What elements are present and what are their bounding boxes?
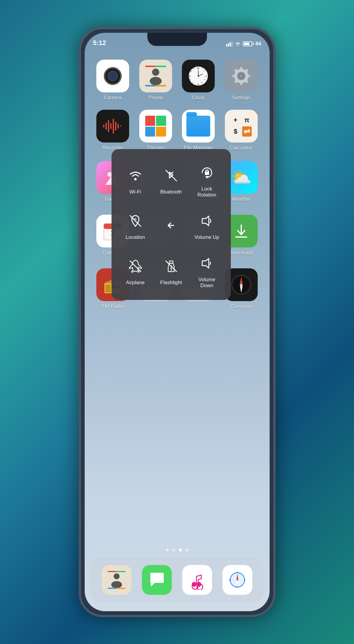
cc-flashlight[interactable]: Flashlight — [153, 246, 189, 294]
themes-orange-quad — [156, 127, 166, 137]
svg-text:10: 10 — [190, 70, 192, 72]
dock-messages[interactable] — [142, 565, 172, 595]
svg-rect-73 — [117, 571, 126, 572]
svg-line-66 — [130, 261, 141, 272]
svg-rect-3 — [231, 41, 233, 47]
svg-point-39 — [239, 74, 243, 78]
downloads-icon — [232, 222, 250, 240]
dot-3 — [179, 549, 182, 552]
file-folder-icon — [186, 116, 210, 137]
svg-text:9: 9 — [189, 75, 191, 78]
svg-rect-46 — [118, 124, 119, 129]
svg-rect-42 — [108, 120, 109, 132]
themes-green-quad — [156, 116, 166, 126]
safari-icon: N E S W — [228, 570, 247, 590]
app-themes[interactable]: Themes — [136, 110, 176, 151]
app-recorder[interactable]: Recorder — [93, 110, 133, 151]
cc-volumeup[interactable]: Volume Up — [189, 203, 225, 246]
cc-wifi[interactable]: Wi-Fi — [118, 155, 153, 203]
svg-point-78 — [197, 582, 201, 587]
dot-1 — [166, 549, 169, 552]
calc-icon: + π $ ⇌ — [228, 113, 255, 140]
svg-rect-6 — [145, 66, 156, 67]
svg-text:E: E — [244, 579, 245, 581]
app-clock[interactable]: 12 3 6 9 1 2 4 5 7 8 10 11 — [179, 60, 219, 101]
music-icon — [188, 570, 207, 590]
svg-rect-8 — [145, 85, 156, 86]
svg-line-64 — [130, 216, 141, 226]
svg-rect-9 — [156, 85, 166, 86]
cc-volumeup-label: Volume Up — [194, 234, 219, 240]
signal-icon — [226, 41, 233, 47]
recorder-app-icon — [101, 114, 125, 138]
status-icons: 84 — [226, 41, 261, 47]
app-phone-label: Phone — [148, 95, 163, 101]
svg-rect-72 — [108, 571, 117, 572]
svg-text:2: 2 — [204, 69, 205, 72]
phone-screen: 5:12 — [85, 33, 270, 611]
svg-rect-43 — [110, 123, 112, 129]
phone-frame: 5:12 — [79, 27, 276, 617]
svg-rect-75 — [117, 588, 126, 589]
themes-red-quad — [145, 116, 155, 126]
svg-point-77 — [192, 582, 197, 587]
svg-rect-32 — [232, 75, 235, 77]
cc-wifi-label: Wi-Fi — [129, 189, 141, 195]
dock-safari[interactable]: N E S W — [222, 565, 252, 595]
svg-text:1: 1 — [202, 67, 203, 69]
battery-percent: 84 — [256, 41, 261, 47]
svg-rect-31 — [240, 82, 242, 85]
cc-bluetooth-label: Bluetooth — [160, 189, 182, 195]
app-calculator[interactable]: + π $ ⇌ Calculator — [221, 110, 261, 151]
svg-point-84 — [237, 579, 238, 580]
app-filemanager[interactable]: File Manager — [179, 110, 219, 151]
svg-text:S: S — [236, 586, 238, 588]
svg-rect-62 — [205, 171, 209, 175]
app-phone[interactable]: Phone — [136, 60, 176, 101]
app-settings[interactable]: Settings — [221, 60, 261, 101]
svg-marker-65 — [202, 216, 209, 226]
cc-volumedown-icon — [199, 256, 215, 271]
cc-airplane-label: Airplane — [126, 280, 144, 286]
svg-point-71 — [111, 581, 122, 588]
dot-2 — [172, 549, 175, 552]
svg-rect-33 — [247, 75, 250, 77]
svg-text:3: 3 — [205, 75, 207, 78]
app-calculator-label: Calculator — [230, 145, 253, 151]
app-weather-label: Weather — [232, 196, 251, 202]
svg-text:4: 4 — [204, 78, 205, 80]
svg-rect-2 — [230, 42, 231, 47]
cc-volumedown[interactable]: Volume Down — [189, 246, 225, 294]
svg-text:7: 7 — [192, 82, 194, 84]
dock-phone-icon — [108, 571, 126, 589]
svg-text:12: 12 — [197, 67, 199, 69]
battery-icon — [243, 41, 254, 46]
app-settings-label: Settings — [232, 95, 250, 101]
cc-airplane-icon — [128, 258, 143, 274]
app-fmradio-label: FM Radio — [102, 304, 124, 309]
cc-airplane[interactable]: Airplane — [118, 246, 153, 294]
compass-icon — [231, 274, 252, 295]
cc-back[interactable] — [153, 203, 189, 246]
svg-rect-47 — [120, 126, 121, 127]
phone-app-icon — [145, 66, 166, 86]
cc-lockrotation-icon — [199, 165, 215, 180]
page-dots — [85, 549, 270, 552]
cc-location[interactable]: Location — [118, 203, 153, 246]
dock-phone[interactable] — [102, 565, 132, 595]
cc-location-label: Location — [126, 234, 145, 240]
wifi-status-icon — [234, 41, 241, 47]
messages-icon — [147, 570, 167, 590]
svg-point-58 — [240, 284, 242, 286]
cc-wifi-icon — [128, 168, 143, 183]
svg-text:6: 6 — [198, 83, 199, 86]
dock-music[interactable] — [182, 565, 212, 595]
svg-rect-1 — [228, 43, 229, 47]
clock-app-icon: 12 3 6 9 1 2 4 5 7 8 10 11 — [186, 64, 210, 88]
cc-lockrotation[interactable]: Lock Rotation — [189, 155, 225, 203]
cc-bluetooth[interactable]: Bluetooth — [153, 155, 189, 203]
svg-point-4 — [152, 69, 159, 76]
svg-rect-0 — [226, 44, 227, 47]
app-camera[interactable]: Camera — [93, 60, 133, 101]
svg-point-27 — [198, 75, 199, 77]
